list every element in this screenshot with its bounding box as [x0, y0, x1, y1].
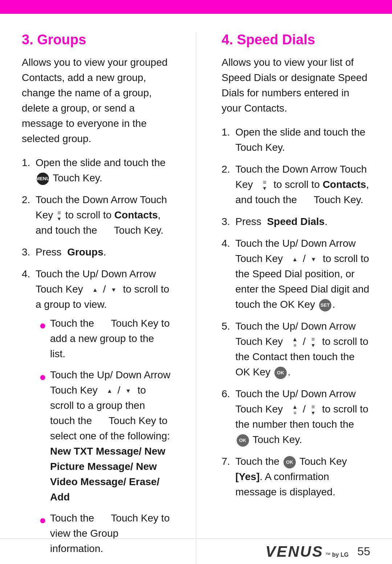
sd-step-4: 4. Touch the Up/ Down Arrow Touch Key ▲ … — [222, 236, 371, 312]
down-arrow4-icon: ≡ ▼ — [262, 179, 267, 191]
groups-step-2: 2. Touch the Down Arrow Touch Key ≡ ▼ to… — [22, 192, 171, 238]
step-text: Press Groups. — [36, 245, 171, 260]
up-arrow3-icon: ▲ — [292, 256, 298, 263]
options-bold: New TXT Message/ New Picture Message/ Ne… — [50, 446, 165, 503]
groups-bullets: ● Touch the Touch Key to add a new group… — [36, 316, 171, 556]
speed-dials-intro: Allows you to view your list of Speed Di… — [222, 55, 371, 116]
step-text: Touch the Up/ Down Arrow Touch Key ▲ ≡ /… — [236, 386, 371, 447]
step-text: Open the slide and touch the MENU Touch … — [36, 155, 171, 186]
sd-step-1: 1. Open the slide and touch the Touch Ke… — [222, 125, 371, 155]
step-text: Press Speed Dials. — [236, 214, 371, 229]
set-icon: SET — [319, 299, 331, 311]
speed-dials-title: 4. Speed Dials — [222, 32, 371, 48]
brand-venus: VENUS — [265, 543, 323, 560]
bullet-dot: ● — [39, 368, 50, 386]
column-divider — [196, 32, 196, 564]
up-arrow2-icon: ▲ — [107, 388, 113, 394]
menu-icon: MENU — [37, 173, 49, 185]
bullet-dot: ● — [39, 511, 50, 529]
sd-step-6: 6. Touch the Up/ Down Arrow Touch Key ▲ … — [222, 386, 371, 447]
down-arrow2-icon: ▼ — [111, 287, 117, 293]
content-area: 3. Groups Allows you to view your groupe… — [0, 14, 392, 564]
step-num: 3. — [22, 245, 36, 260]
brand-bylg: by LG — [332, 552, 348, 558]
step-text: Touch the Up/ Down Arrow Touch Key ▲ / ▼… — [36, 266, 171, 562]
footer: VENUS ™ by LG 55 — [0, 539, 392, 564]
up-stacked-icon: ▲ ≡ — [292, 336, 298, 348]
groups-step-4: 4. Touch the Up/ Down Arrow Touch Key ▲ … — [22, 266, 171, 562]
step-text: Touch the Up/ Down Arrow Touch Key ▲ ≡ /… — [236, 319, 371, 380]
top-bar — [0, 0, 392, 14]
step-num: 1. — [222, 125, 236, 155]
bullet-text: Touch the Up/ Down Arrow Touch Key ▲ / ▼… — [50, 367, 171, 505]
ok3-icon: OK — [283, 456, 296, 468]
ok-icon: OK — [274, 367, 287, 379]
step-num: 2. — [222, 162, 236, 208]
down-arrow5-icon: ▼ — [311, 256, 317, 263]
step-text: Touch the Down Arrow Touch Key ≡ ▼ to sc… — [36, 192, 171, 238]
brand: VENUS ™ by LG — [265, 543, 348, 560]
step-num: 3. — [222, 214, 236, 229]
groups-step-3: 3. Press Groups. — [22, 245, 171, 260]
bullet-dot: ● — [39, 317, 50, 334]
groups-intro: Allows you to view your grouped Contacts… — [22, 55, 171, 146]
step-num: 1. — [22, 155, 36, 186]
sd-step-3: 3. Press Speed Dials. — [222, 214, 371, 229]
ok2-icon: OK — [237, 434, 249, 447]
sd-step-5: 5. Touch the Up/ Down Arrow Touch Key ▲ … — [222, 319, 371, 380]
yes-bold: [Yes] — [236, 471, 260, 482]
sd-step-7: 7. Touch the OK Touch Key [Yes]. A confi… — [222, 454, 371, 500]
step-text: Open the slide and touch the Touch Key. — [236, 125, 371, 155]
left-column: 3. Groups Allows you to view your groupe… — [22, 32, 178, 564]
groups-title: 3. Groups — [22, 32, 171, 48]
brand-tm: ™ — [325, 552, 331, 558]
bullet-2: ● Touch the Up/ Down Arrow Touch Key ▲ /… — [39, 367, 171, 505]
bullet-text: Touch the Touch Key to add a new group t… — [50, 316, 171, 362]
sd-step-2: 2. Touch the Down Arrow Touch Key ≡ ▼ to… — [222, 162, 371, 208]
step-text: Touch the OK Touch Key [Yes]. A confirma… — [236, 454, 371, 500]
groups-step-1: 1. Open the slide and touch the MENU Tou… — [22, 155, 171, 186]
down-stacked2-icon: ≡ ▼ — [311, 404, 316, 416]
step-text: Touch the Up/ Down Arrow Touch Key ▲ / ▼… — [236, 236, 371, 312]
step-num: 7. — [222, 454, 236, 500]
speed-dials-steps: 1. Open the slide and touch the Touch Ke… — [222, 125, 371, 500]
down-arrow3-icon: ▼ — [125, 388, 131, 394]
right-column: 4. Speed Dials Allows you to view your l… — [215, 32, 371, 564]
step-num: 6. — [222, 386, 236, 447]
speed-dials-bold: Speed Dials — [267, 216, 325, 227]
step-num: 4. — [222, 236, 236, 312]
bullet-1: ● Touch the Touch Key to add a new group… — [39, 316, 171, 362]
step-num: 4. — [22, 266, 36, 562]
step-num: 5. — [222, 319, 236, 380]
down-stacked-icon: ≡ ▼ — [311, 336, 316, 348]
up-arrow-icon: ▲ — [92, 287, 98, 293]
page-number: 55 — [357, 545, 370, 558]
step-text: Touch the Down Arrow Touch Key ≡ ▼ to sc… — [236, 162, 371, 208]
down-arrow-icon: ≡ ▼ — [57, 210, 62, 222]
groups-steps: 1. Open the slide and touch the MENU Tou… — [22, 155, 171, 562]
step-num: 2. — [22, 192, 36, 238]
groups-bold: Groups — [67, 246, 103, 258]
up-stacked2-icon: ▲ ≡ — [292, 404, 298, 416]
